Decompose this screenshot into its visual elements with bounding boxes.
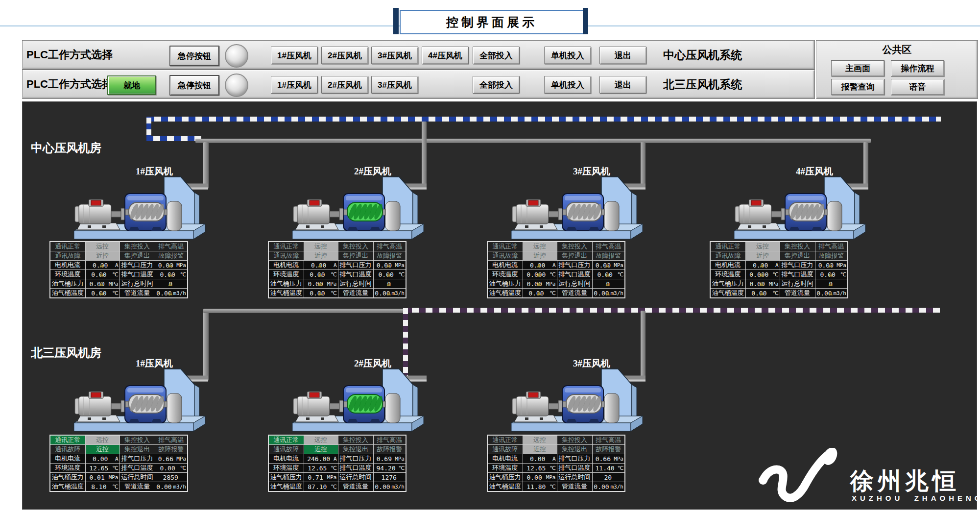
measure-label: 运行总时间 — [557, 473, 592, 482]
measure-label: 环境温度 — [487, 464, 523, 473]
single-engage-button[interactable]: 单机投入 — [544, 76, 591, 94]
measure-value: 0.00℃▲! — [745, 289, 780, 298]
status-cell: 集控投入 — [120, 435, 155, 445]
measure-label: 排气口温度 — [120, 270, 155, 279]
measure-label: 运行总时间 — [780, 279, 815, 289]
compressor-graphic — [726, 176, 868, 241]
compressor-3-button[interactable]: 3#压风机 — [371, 76, 418, 94]
warning-triangle-icon: ▲! — [97, 261, 105, 269]
compressor-4-button[interactable]: 4#压风机 — [422, 47, 469, 64]
measure-value: 0.00MPa▲! — [745, 279, 780, 289]
status-cell: 集控退出 — [120, 251, 155, 261]
compressor-label: 3#压风机 — [560, 165, 623, 178]
status-cell: 排气高温 — [155, 242, 188, 251]
status-cell: 集控退出 — [338, 445, 373, 454]
measure-label: 运行总时间 — [120, 279, 155, 289]
compressor-status-table: 通讯正常远控集控投入排气高温通讯故障近控集控退出故障报警电机电流0.00A▲!排… — [49, 241, 188, 298]
compressor-status-table: 通讯正常远控集控投入排气高温通讯故障近控集控退出故障报警电机电流0.00A排气口… — [49, 435, 188, 492]
measure-value: 87.10℃ — [304, 482, 338, 492]
status-cell: 排气高温 — [373, 435, 406, 445]
measure-label: 排气口压力 — [557, 261, 592, 270]
page-title: 控制界面展示 — [400, 10, 584, 34]
single-engage-button[interactable]: 单机投入 — [544, 47, 591, 64]
measure-label: 排气口压力 — [120, 454, 155, 464]
measure-value: 0.00℃▲! — [155, 270, 188, 279]
warning-triangle-icon: ▲! — [167, 289, 174, 296]
measure-label: 环境温度 — [268, 270, 304, 279]
measure-value: 0.00MPa — [523, 473, 557, 482]
measure-value: 0.00MPa▲! — [815, 261, 848, 270]
measure-value: 0.00MPa▲! — [304, 279, 338, 289]
status-cell: 远控 — [523, 242, 557, 251]
measure-label: 油气桶压力 — [487, 279, 523, 289]
compressor-status-table: 通讯正常远控集控投入排气高温通讯故障近控集控退出故障报警电机电流0.00A▲!排… — [268, 241, 406, 298]
compressor-1-button[interactable]: 1#压风机 — [271, 47, 318, 64]
measure-label: 油气桶温度 — [268, 289, 304, 298]
measure-value: 20 — [592, 473, 625, 482]
measure-value: 0.71MPa — [304, 473, 338, 482]
all-engage-button[interactable]: 全部投入 — [473, 47, 520, 64]
operation-flow-button[interactable]: 操作流程 — [891, 60, 944, 76]
toolbar-row-north3-system: PLC工作方式选择 就地 急停按钮 1#压风机 2#压风机 3#压风机 全部投入… — [22, 70, 815, 99]
measure-label: 电机电流 — [487, 454, 523, 464]
measure-value: 0.00℃ — [155, 464, 188, 473]
compressor-1-button[interactable]: 1#压风机 — [271, 76, 318, 94]
warning-triangle-icon: ▲! — [97, 279, 105, 287]
warning-triangle-icon: ▲! — [316, 261, 324, 269]
measure-value: 0.00℃▲! — [85, 270, 120, 279]
status-cell: 近控 — [745, 251, 780, 261]
compressor-label: 2#压风机 — [341, 165, 405, 178]
public-area-panel: 公共区 主画面 操作流程 报警查询 语音 — [816, 40, 978, 99]
measure-label: 排气口温度 — [338, 270, 373, 279]
estop-button[interactable]: 急停按钮 — [169, 75, 219, 96]
status-cell: 集控投入 — [120, 242, 155, 251]
status-cell: 集控投入 — [338, 242, 373, 251]
compressor-2-button[interactable]: 2#压风机 — [321, 47, 368, 64]
warning-triangle-icon: ▲! — [827, 261, 835, 269]
alarm-query-button[interactable]: 报警查询 — [831, 79, 884, 95]
compressor-2-button[interactable]: 2#压风机 — [321, 76, 368, 94]
warning-triangle-icon: ▲! — [167, 261, 174, 269]
measure-value: 12.65℃ — [304, 464, 338, 473]
warning-triangle-icon: ▲! — [535, 270, 543, 278]
compressor-graphic — [66, 368, 208, 433]
measure-value: 0.000℃▲! — [523, 270, 557, 279]
status-cell: 通讯正常 — [268, 435, 304, 445]
status-cell: 远控 — [304, 242, 338, 251]
company-logo: 徐州兆恒 XUZHOU ZHAOHENG — [738, 445, 973, 509]
measure-label: 排气口压力 — [338, 454, 373, 464]
estop-button[interactable]: 急停按钮 — [169, 46, 219, 66]
warning-triangle-icon: ▲! — [827, 270, 835, 278]
compressor-3-button[interactable]: 3#压风机 — [371, 47, 418, 64]
measure-label: 运行总时间 — [338, 473, 373, 482]
main-air-pipe — [147, 117, 941, 122]
measure-label: 管道流量 — [120, 482, 155, 492]
plc-mode-label: PLC工作方式选择 — [26, 77, 113, 92]
measure-value: 0.69MPa — [373, 454, 406, 464]
main-screen-button[interactable]: 主画面 — [831, 60, 884, 76]
measure-label: 电机电流 — [50, 261, 85, 270]
measure-label: 运行总时间 — [557, 279, 592, 289]
plc-mode-label: PLC工作方式选择 — [26, 48, 113, 62]
measure-value: 0.66MPa — [155, 454, 188, 464]
measure-value: 1276 — [373, 473, 406, 482]
local-mode-button[interactable]: 就地 — [107, 75, 156, 95]
measure-value: 0.00m3/h▲! — [815, 289, 848, 298]
status-cell: 通讯正常 — [710, 242, 745, 251]
measure-label: 电机电流 — [50, 454, 85, 464]
exit-button[interactable]: 退出 — [599, 76, 646, 94]
voice-button[interactable]: 语音 — [891, 79, 944, 95]
status-cell: 集控退出 — [120, 445, 155, 454]
measure-label: 油气桶温度 — [487, 482, 523, 492]
measure-value: 0.000℃▲! — [745, 270, 780, 279]
status-cell: 排气高温 — [815, 242, 848, 251]
status-cell: 通讯故障 — [50, 251, 85, 261]
measure-label: 油气桶温度 — [50, 289, 85, 298]
exit-button[interactable]: 退出 — [599, 47, 646, 64]
measure-label: 环境温度 — [268, 464, 304, 473]
measure-label: 电机电流 — [268, 454, 304, 464]
measure-value: 0.00MPa▲! — [592, 261, 625, 270]
all-engage-button[interactable]: 全部投入 — [473, 76, 520, 94]
warning-triangle-icon: ▲! — [97, 270, 105, 278]
measure-value: 0.00m3/h — [373, 482, 406, 492]
